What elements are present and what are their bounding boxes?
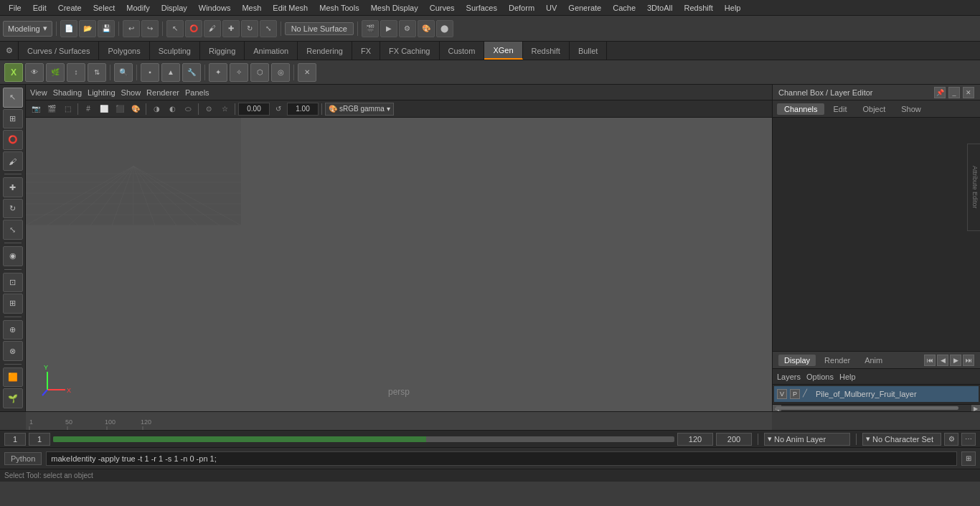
soft-select-tool[interactable]: ◉ (3, 246, 23, 266)
vp-frame-btn[interactable]: ⬚ (60, 103, 75, 116)
layer-visibility-toggle[interactable]: V (777, 389, 787, 399)
menu-curves[interactable]: Curves (424, 2, 461, 14)
tab-curves-surfaces[interactable]: Curves / Surfaces (19, 42, 99, 60)
vp-menu-renderer[interactable]: Renderer (146, 88, 179, 97)
layer-add-btn[interactable]: ⏮ (924, 355, 936, 366)
xgen-btn-close[interactable]: ✕ (298, 63, 316, 82)
sphere-preview-button[interactable]: ⬤ (436, 20, 453, 37)
menu-mesh-display[interactable]: Mesh Display (365, 2, 424, 14)
channel-box-pin[interactable]: 📌 (934, 87, 946, 98)
timeline[interactable]: 1 50 100 120 (0, 411, 980, 430)
layer-menu-layers[interactable]: Layers (777, 373, 801, 381)
frame-range-max[interactable]: 200 (716, 433, 752, 446)
hypershade-button[interactable]: 🎨 (418, 20, 435, 37)
vp-depth-btn[interactable]: ⬭ (181, 103, 195, 116)
xgen-btn-arrow2[interactable]: ⇅ (88, 63, 106, 82)
python-settings-icon[interactable]: ⊞ (961, 451, 976, 466)
tab-rigging[interactable]: Rigging (200, 42, 245, 60)
render-button[interactable]: 🎬 (362, 20, 379, 37)
scale-tool-left[interactable]: ⤡ (3, 220, 23, 240)
lasso-tool-left[interactable]: ⭕ (3, 130, 23, 150)
vp-camera-btn[interactable]: 📷 (29, 103, 43, 116)
xgen-btn-x[interactable]: X (4, 63, 23, 82)
anim-layer-dropdown[interactable]: ▾ No Anim Layer (764, 433, 850, 446)
scroll-thumb[interactable] (776, 406, 958, 410)
list-item[interactable]: V P ╱ Pile_of_Mulberry_Fruit_layer (774, 386, 979, 402)
vp-shadow-btn[interactable]: ◑ (149, 103, 164, 116)
ipr-render-button[interactable]: ▶ (380, 20, 397, 37)
tab-polygons[interactable]: Polygons (99, 42, 149, 60)
custom-tool1[interactable]: ⊞ (3, 294, 23, 314)
multi-component-tool[interactable]: ⊞ (3, 109, 23, 129)
char-set-dropdown[interactable]: ▾ No Character Set (862, 433, 941, 446)
colorspace-dropdown[interactable]: 🎨 sRGB gamma ▾ (325, 103, 394, 116)
vp-xray-btn[interactable]: ☆ (217, 103, 232, 116)
tab-bullet[interactable]: Bullet (570, 42, 608, 60)
layer-tab-anim[interactable]: Anim (859, 355, 888, 366)
python-mode-label[interactable]: Python (4, 452, 42, 465)
attribute-editor-tab[interactable]: Attribute Editor (967, 144, 980, 231)
channel-tab-object[interactable]: Object (855, 103, 892, 115)
menu-deform[interactable]: Deform (503, 2, 540, 14)
undo-button[interactable]: ↩ (123, 20, 140, 37)
move-tool-left[interactable]: ✚ (3, 177, 23, 197)
tab-settings-button[interactable]: ⚙ (0, 42, 19, 60)
python-command-input[interactable] (46, 451, 957, 466)
xgen-btn-search[interactable]: 🔍 (114, 63, 133, 82)
channel-tab-channels[interactable]: Channels (777, 103, 824, 115)
vp-grid-btn[interactable]: # (81, 103, 95, 116)
vp-shaded-btn[interactable]: ⬛ (113, 103, 127, 116)
tab-redshift[interactable]: Redshift (523, 42, 570, 60)
menu-modify[interactable]: Modify (121, 2, 155, 14)
tab-sculpting[interactable]: Sculpting (150, 42, 200, 60)
tab-xgen[interactable]: XGen (484, 42, 522, 60)
save-file-button[interactable]: 💾 (98, 20, 115, 37)
xform-tool[interactable]: ⊗ (3, 341, 23, 361)
render-settings-button[interactable]: ⚙ (399, 20, 416, 37)
layer-tab-render[interactable]: Render (819, 355, 856, 366)
menu-edit[interactable]: Edit (27, 2, 52, 14)
xgen-btn-leaf[interactable]: 🌿 (46, 63, 65, 82)
xgen-btn-hex[interactable]: ⬡ (250, 63, 269, 82)
vp-isolate-btn[interactable]: ⊙ (202, 103, 216, 116)
menu-display[interactable]: Display (156, 2, 193, 14)
tab-animation[interactable]: Animation (245, 42, 298, 60)
mode-dropdown[interactable]: Modeling ▾ (3, 21, 52, 37)
camera-rotation-icon[interactable]: ↺ (271, 103, 286, 116)
menu-uv[interactable]: UV (540, 2, 562, 14)
layer-prev-btn[interactable]: ◀ (937, 355, 948, 366)
char-set-options[interactable]: ⋯ (961, 433, 976, 446)
vp-menu-panels[interactable]: Panels (185, 88, 209, 97)
menu-mesh[interactable]: Mesh (236, 2, 267, 14)
xgen-leaf-tool[interactable]: 🌱 (3, 388, 23, 408)
xgen-btn-star2[interactable]: ✧ (230, 63, 248, 82)
tab-custom[interactable]: Custom (440, 42, 485, 60)
menu-select[interactable]: Select (88, 2, 121, 14)
channel-tab-show[interactable]: Show (894, 103, 928, 115)
layer-next-btn[interactable]: ▶ (950, 355, 961, 366)
no-live-surface-button[interactable]: No Live Surface (285, 22, 354, 35)
layer-menu-help[interactable]: Help (839, 373, 856, 381)
rotate-tool-left[interactable]: ↻ (3, 199, 23, 219)
char-set-settings[interactable]: ⚙ (944, 433, 958, 446)
vp-wireframe-btn[interactable]: ⬜ (97, 103, 111, 116)
menu-3dtoall[interactable]: 3DtoAll (641, 2, 678, 14)
xgen-btn-arrow1[interactable]: ↕ (67, 63, 85, 82)
new-file-button[interactable]: 📄 (60, 20, 77, 37)
menu-file[interactable]: File (3, 2, 27, 14)
xgen-btn-star1[interactable]: ✦ (209, 63, 227, 82)
frame-range-bar[interactable] (53, 436, 674, 442)
layer-scrollbar[interactable]: ◀ ▶ (773, 404, 980, 411)
vp-menu-lighting[interactable]: Lighting (88, 88, 116, 97)
frame-input2[interactable]: 1 (29, 433, 50, 446)
vp-film-btn[interactable]: 🎬 (44, 103, 59, 116)
menu-generate[interactable]: Generate (562, 2, 607, 14)
menu-cache[interactable]: Cache (607, 2, 641, 14)
tab-fx-caching[interactable]: FX Caching (380, 42, 439, 60)
rotate-tool-button[interactable]: ↻ (241, 20, 258, 37)
show-manipulator[interactable]: ⊡ (3, 273, 23, 293)
layer-menu-options[interactable]: Options (806, 373, 834, 381)
viewport-canvas[interactable]: persp X Y Z (26, 118, 772, 411)
redo-button[interactable]: ↪ (141, 20, 159, 37)
select-tool-button[interactable]: ↖ (166, 20, 184, 37)
